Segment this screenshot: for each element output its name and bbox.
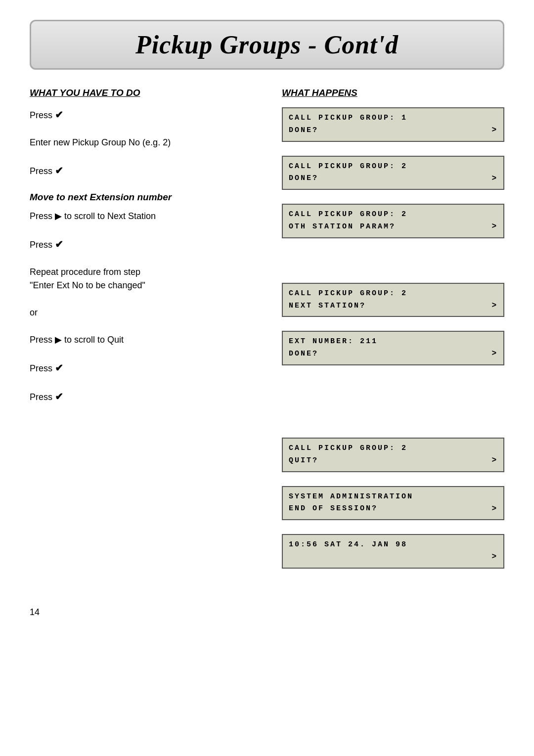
page-number: 14 bbox=[30, 607, 504, 618]
step-press2: Press ✔ bbox=[30, 163, 252, 178]
press-label-4: Press bbox=[30, 363, 55, 373]
press-label-5: Press bbox=[30, 392, 55, 402]
lcd1-line1: CALL PICKUP GROUP: 1 bbox=[289, 112, 407, 124]
lcd6-line2: QUIT? bbox=[289, 455, 318, 467]
press-label-1: Press bbox=[30, 110, 55, 120]
lcd5-line2: DONE? bbox=[289, 348, 318, 360]
enter-group-label: Enter new Pickup Group No (e.g. 2) bbox=[30, 137, 171, 147]
lcd7-arrow: > bbox=[491, 503, 497, 516]
checkmark-3: ✔ bbox=[55, 239, 63, 250]
lcd3-line2: OTH STATION PARAM? bbox=[289, 221, 396, 233]
main-content: WHAT YOU HAVE TO DO Press ✔ Enter new Pi… bbox=[30, 88, 504, 582]
step-or: or bbox=[30, 306, 252, 319]
checkmark-4: ✔ bbox=[55, 362, 63, 373]
lcd-screen-4: CALL PICKUP GROUP: 2 NEXT STATION? > bbox=[282, 283, 504, 317]
step-press4: Press ✔ bbox=[30, 360, 252, 375]
press-label-3: Press bbox=[30, 240, 55, 250]
lcd2-line1: CALL PICKUP GROUP: 2 bbox=[289, 161, 407, 173]
right-col-header: WHAT HAPPENS bbox=[282, 88, 504, 98]
step-repeat: Repeat procedure from step"Enter Ext No … bbox=[30, 266, 252, 292]
lcd8-line1: 10:56 SAT 24. JAN 98 bbox=[289, 539, 407, 551]
lcd5-line1: EXT NUMBER: 211 bbox=[289, 336, 378, 348]
step-press1: Press ✔ bbox=[30, 107, 252, 122]
step-press5: Press ✔ bbox=[30, 389, 252, 404]
lcd-screen-6: CALL PICKUP GROUP: 2 QUIT? > bbox=[282, 438, 504, 472]
lcd-screen-2: CALL PICKUP GROUP: 2 DONE? > bbox=[282, 156, 504, 190]
lcd5-arrow: > bbox=[491, 348, 497, 360]
lcd2-arrow: > bbox=[491, 173, 497, 185]
lcd6-line1: CALL PICKUP GROUP: 2 bbox=[289, 443, 407, 454]
scroll-next-label: Press ▶ to scroll to Next Station bbox=[30, 211, 156, 221]
step-enter-group: Enter new Pickup Group No (e.g. 2) bbox=[30, 136, 252, 149]
lcd-screen-5: EXT NUMBER: 211 DONE? > bbox=[282, 331, 504, 365]
lcd3-line1: CALL PICKUP GROUP: 2 bbox=[289, 209, 407, 221]
lcd4-line2: NEXT STATION? bbox=[289, 300, 366, 312]
lcd3-arrow: > bbox=[491, 221, 497, 233]
checkmark-5: ✔ bbox=[55, 391, 63, 402]
right-spacer-2 bbox=[282, 379, 504, 438]
lcd6-arrow: > bbox=[491, 454, 497, 467]
lcd-screen-7: SYSTEM ADMINISTRATION END OF SESSION? > bbox=[282, 486, 504, 521]
lcd2-line2: DONE? bbox=[289, 173, 318, 184]
lcd-screen-3: CALL PICKUP GROUP: 2 OTH STATION PARAM? … bbox=[282, 204, 504, 238]
lcd7-line2: END OF SESSION? bbox=[289, 503, 378, 515]
title-box: Pickup Groups - Cont'd bbox=[30, 20, 504, 70]
press-label-2: Press bbox=[30, 166, 55, 176]
left-column: WHAT YOU HAVE TO DO Press ✔ Enter new Pi… bbox=[30, 88, 257, 582]
step-press3: Press ✔ bbox=[30, 237, 252, 252]
lcd-screen-8: 10:56 SAT 24. JAN 98 > bbox=[282, 534, 504, 569]
checkmark-2: ✔ bbox=[55, 165, 63, 176]
lcd1-arrow: > bbox=[491, 124, 497, 137]
step-scroll-next: Press ▶ to scroll to Next Station bbox=[30, 210, 252, 223]
right-spacer-1 bbox=[282, 252, 504, 283]
lcd1-line2: DONE? bbox=[289, 125, 318, 136]
left-col-header: WHAT YOU HAVE TO DO bbox=[30, 88, 252, 98]
page-title: Pickup Groups - Cont'd bbox=[46, 30, 488, 59]
lcd-screen-1: CALL PICKUP GROUP: 1 DONE? > bbox=[282, 107, 504, 142]
section-move-label: Move to next Extension number bbox=[30, 192, 252, 203]
lcd4-line1: CALL PICKUP GROUP: 2 bbox=[289, 288, 407, 300]
right-column: WHAT HAPPENS CALL PICKUP GROUP: 1 DONE? … bbox=[277, 88, 504, 582]
lcd8-arrow: > bbox=[491, 551, 497, 564]
step-scroll-quit: Press ▶ to scroll to Quit bbox=[30, 333, 252, 347]
or-label: or bbox=[30, 308, 38, 317]
checkmark-1: ✔ bbox=[55, 109, 63, 120]
lcd4-arrow: > bbox=[491, 300, 497, 312]
scroll-quit-label: Press ▶ to scroll to Quit bbox=[30, 335, 124, 345]
lcd7-line1: SYSTEM ADMINISTRATION bbox=[289, 491, 413, 503]
lcd8-line2 bbox=[289, 551, 295, 563]
repeat-label: Repeat procedure from step"Enter Ext No … bbox=[30, 267, 145, 290]
